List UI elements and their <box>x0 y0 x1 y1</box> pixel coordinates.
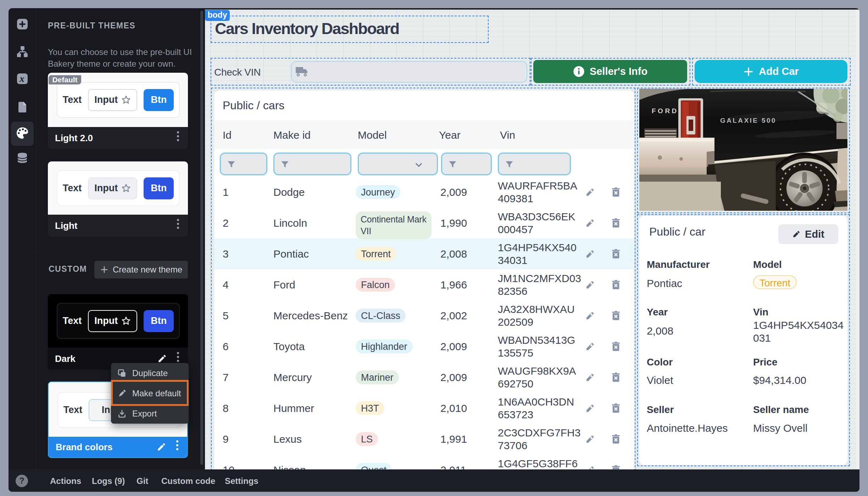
svg-text:x: x <box>19 73 24 84</box>
svg-text:FORD: FORD <box>652 107 679 115</box>
svg-text:GALAXIE 500: GALAXIE 500 <box>720 117 777 124</box>
